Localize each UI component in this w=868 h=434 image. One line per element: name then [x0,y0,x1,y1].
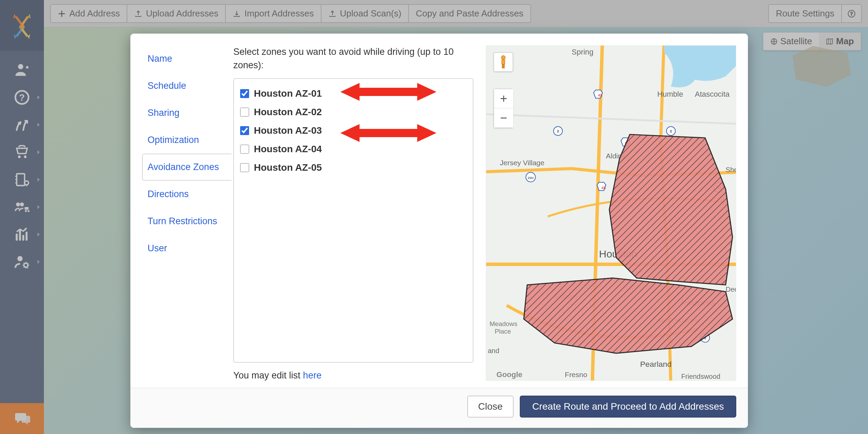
zone-row[interactable]: Houston AZ-01 [239,84,468,103]
svg-text:Google: Google [496,370,523,379]
zone-row[interactable]: Houston AZ-04 [239,140,468,158]
tab-name[interactable]: Name [142,45,231,72]
modal-tabs: Name Schedule Sharing Optimization Avoid… [142,45,231,381]
svg-rect-58 [502,60,505,64]
zone-checkbox[interactable] [240,163,249,172]
svg-text:Place: Place [495,328,511,335]
edit-list-link[interactable]: here [303,370,321,381]
tab-user[interactable]: User [142,235,231,262]
svg-text:and: and [488,347,499,354]
zone-row[interactable]: Houston AZ-05 [239,158,468,177]
zone-checkbox[interactable] [240,89,249,98]
zone-checkbox[interactable] [240,145,249,154]
svg-text:45: 45 [598,93,602,97]
edit-list-text: You may edit list here [233,370,473,381]
svg-text:Jersey Village: Jersey Village [500,159,544,167]
tab-turn-restrictions[interactable]: Turn Restrictions [142,208,231,235]
svg-text:Pearland: Pearland [640,360,672,369]
svg-text:290: 290 [528,176,533,180]
zone-label: Houston AZ-05 [254,162,322,173]
zoom-out-button[interactable]: − [494,108,513,128]
zone-label: Houston AZ-02 [254,107,322,118]
route-settings-modal: Name Schedule Sharing Optimization Avoid… [130,34,748,428]
zones-panel: Select zones you want to avoid while dri… [233,45,473,381]
pegman-icon [498,55,508,69]
pegman-button[interactable] [494,52,513,72]
zones-map[interactable]: Spring Humble Atascocita Jersey Village … [486,45,736,381]
zone-label: Houston AZ-01 [254,88,322,99]
svg-text:45: 45 [601,186,606,190]
svg-text:Friendswood: Friendswood [681,373,720,380]
tab-sharing[interactable]: Sharing [142,99,231,126]
zone-label: Houston AZ-03 [254,125,322,136]
map-zoom-control: + − [494,89,513,128]
svg-point-57 [501,56,505,60]
edit-prefix: You may edit list [233,370,303,381]
tab-directions[interactable]: Directions [142,181,231,208]
zones-instruction: Select zones you want to avoid while dri… [233,45,473,72]
zone-checkbox[interactable] [240,126,249,135]
svg-text:Fresno: Fresno [565,371,587,378]
svg-text:8: 8 [670,129,672,133]
create-route-button[interactable]: Create Route and Proceed to Add Addresse… [520,396,736,418]
zoom-in-button[interactable]: + [494,89,513,108]
svg-text:Meadows: Meadows [490,320,517,327]
zone-checkbox[interactable] [240,108,249,117]
svg-rect-59 [502,64,503,68]
zones-list: Houston AZ-01 Houston AZ-02 Houston AZ-0… [233,78,473,363]
zone-row[interactable]: Houston AZ-03 [239,121,468,140]
svg-text:Atascocita: Atascocita [695,90,730,98]
svg-text:Humble: Humble [657,90,683,98]
svg-text:Dee: Dee [726,286,736,293]
modal-footer: Close Create Route and Proceed to Add Ad… [130,388,748,428]
tab-optimization[interactable]: Optimization [142,126,231,154]
zone-row[interactable]: Houston AZ-02 [239,103,468,121]
close-button[interactable]: Close [467,396,514,418]
svg-text:She: She [726,166,736,173]
tab-schedule[interactable]: Schedule [142,72,231,99]
tab-avoidance-zones[interactable]: Avoidance Zones [142,154,232,181]
map-city-label: Spring [572,48,593,56]
zone-label: Houston AZ-04 [254,144,322,155]
svg-text:8: 8 [557,129,559,133]
map-canvas: Spring Humble Atascocita Jersey Village … [486,46,736,381]
svg-rect-60 [504,64,505,68]
